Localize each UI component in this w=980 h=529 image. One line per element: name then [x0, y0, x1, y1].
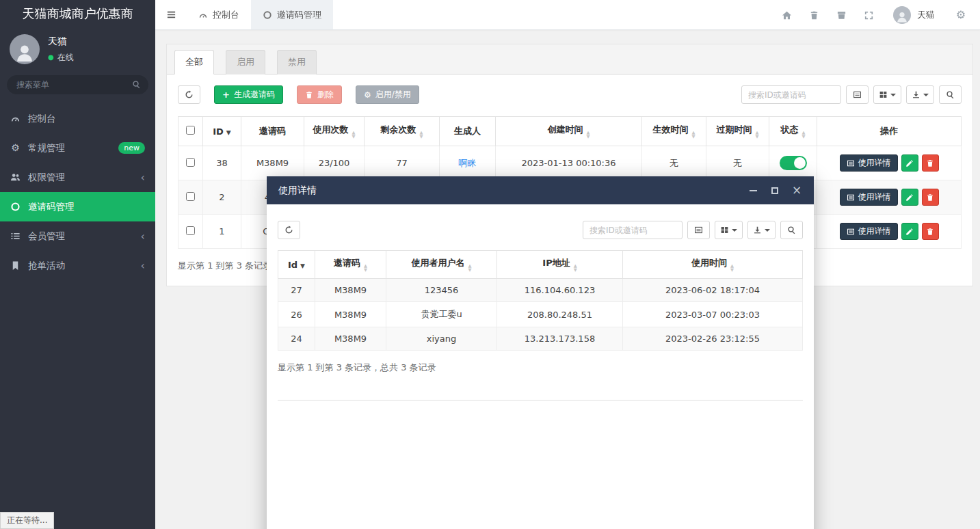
home-button[interactable]: [773, 10, 800, 21]
table-row: 26 M38M9 贵党工委u 208.80.248.51 2023-03-07 …: [278, 302, 803, 327]
sort-carets-icon: ▲▼: [574, 264, 577, 272]
col-code[interactable]: 邀请码: [241, 117, 304, 146]
settings-button[interactable]: ⚙: [949, 8, 973, 21]
home-icon: [782, 10, 792, 21]
menu-search-input[interactable]: [7, 75, 148, 94]
navbar-user-name[interactable]: 天猫: [917, 9, 935, 21]
circle-icon: [263, 10, 272, 20]
col-expired[interactable]: 过期时间▲▼: [706, 117, 769, 146]
new-badge: new: [118, 142, 145, 154]
col-id[interactable]: ID▼: [203, 117, 241, 146]
list-icon: [10, 231, 21, 241]
modal-export-dropdown[interactable]: [747, 221, 776, 239]
generate-invite-button[interactable]: +生成邀请码: [214, 85, 283, 104]
sidebar-item-general[interactable]: ⚙ 常规管理 new: [0, 133, 155, 163]
cache-archive-button[interactable]: [827, 10, 855, 21]
table-row: 38 M38M9 23/100 77 啊眯 2023-01-13 00:10:3…: [178, 146, 962, 180]
edit-button[interactable]: [901, 154, 918, 172]
usage-detail-table: Id▼ 邀请码▲▼ 使用者用户名▲▼ IP地址▲▼ 使用时间▲▼ 27 M38M…: [278, 250, 803, 351]
export-dropdown[interactable]: [906, 85, 934, 104]
navbar-avatar[interactable]: [893, 6, 911, 24]
col-effective[interactable]: 生效时间▲▼: [642, 117, 706, 146]
bookmark-icon: [10, 260, 21, 271]
col-time[interactable]: 使用时间▲▼: [623, 251, 803, 279]
search-input[interactable]: [741, 85, 841, 104]
delete-row-button[interactable]: [922, 223, 939, 240]
col-status[interactable]: 状态▲▼: [769, 117, 817, 146]
status-bar-text: 正在等待...: [0, 512, 54, 529]
clear-cache-button[interactable]: [800, 10, 827, 21]
modal-refresh-button[interactable]: [278, 221, 300, 239]
modal-search-toggle-button[interactable]: [780, 221, 803, 239]
col-code[interactable]: 邀请码▲▼: [315, 251, 386, 279]
delete-row-button[interactable]: [922, 154, 939, 172]
gear-icon: ⚙: [956, 8, 966, 21]
plus-icon: +: [222, 90, 230, 99]
delete-button[interactable]: 删除: [297, 85, 342, 104]
select-row-checkbox[interactable]: [186, 158, 195, 167]
card-view-button[interactable]: [846, 85, 869, 104]
refresh-icon: [284, 226, 293, 234]
tab-console[interactable]: 控制台: [187, 0, 251, 29]
user-panel: 天猫 ●在线: [0, 29, 155, 72]
col-id[interactable]: Id▼: [278, 251, 315, 279]
col-created[interactable]: 创建时间▲▼: [496, 117, 642, 146]
brand-title: 天猫商城商户优惠商: [0, 0, 155, 29]
tab-invite-manage[interactable]: 邀请码管理: [251, 0, 333, 29]
edit-button[interactable]: [901, 189, 918, 206]
modal-card-view-button[interactable]: [687, 221, 710, 239]
dashboard-icon: [10, 113, 21, 124]
sidebar-item-invite-manage[interactable]: 邀请码管理: [0, 192, 155, 221]
gear-icon: ⚙: [364, 91, 371, 99]
select-all-checkbox[interactable]: [186, 126, 195, 135]
refresh-button[interactable]: [178, 85, 200, 104]
filter-tab-disabled[interactable]: 禁用: [277, 50, 317, 74]
edit-button[interactable]: [901, 223, 918, 240]
filter-tabs: 全部 启用 禁用: [167, 44, 972, 74]
columns-dropdown[interactable]: [873, 85, 901, 104]
creator-link[interactable]: 啊眯: [459, 158, 477, 168]
avatar[interactable]: [10, 34, 40, 64]
close-icon[interactable]: ×: [791, 185, 802, 196]
trash-icon: [809, 10, 819, 21]
delete-row-button[interactable]: [922, 189, 939, 206]
enable-disable-button[interactable]: ⚙启用/禁用: [356, 85, 419, 104]
col-used[interactable]: 使用次数▲▼: [304, 117, 365, 146]
filter-tab-all[interactable]: 全部: [174, 50, 214, 74]
col-username[interactable]: 使用者用户名▲▼: [386, 251, 497, 279]
select-row-checkbox[interactable]: [186, 192, 195, 201]
sidebar-item-grab-activity[interactable]: 抢单活动 ‹: [0, 251, 155, 280]
circle-icon: [10, 202, 21, 212]
chevron-left-icon: ‹: [141, 260, 145, 271]
col-ip[interactable]: IP地址▲▼: [497, 251, 623, 279]
maximize-icon[interactable]: [769, 185, 780, 196]
modal-header[interactable]: 使用详情 ×: [267, 176, 814, 204]
minimize-icon[interactable]: [747, 185, 758, 196]
sort-carets-icon: ▲▼: [364, 264, 367, 272]
search-toggle-button[interactable]: [939, 85, 962, 104]
select-row-checkbox[interactable]: [186, 226, 195, 235]
modal-search-input[interactable]: [583, 221, 683, 239]
bars-icon: [166, 10, 176, 20]
chevron-left-icon: ‹: [141, 172, 145, 183]
usage-detail-button[interactable]: 使用详情: [840, 189, 898, 206]
filter-tab-enabled[interactable]: 启用: [226, 50, 265, 74]
sidebar-item-permission[interactable]: 权限管理 ‹: [0, 163, 155, 192]
sidebar-item-console[interactable]: 控制台: [0, 104, 155, 133]
usage-detail-button[interactable]: 使用详情: [840, 223, 898, 240]
modal-columns-dropdown[interactable]: [715, 221, 743, 239]
sort-carets-icon: ▲▼: [802, 131, 806, 139]
sidebar-toggle-button[interactable]: [155, 0, 187, 29]
table-row: 27 M38M9 123456 116.104.60.123 2023-06-0…: [278, 279, 803, 302]
trash-icon: [926, 159, 934, 167]
col-remain[interactable]: 剩余次数▲▼: [365, 117, 440, 146]
pencil-icon: [905, 159, 914, 167]
sidebar-item-member[interactable]: 会员管理 ‹: [0, 221, 155, 251]
usage-detail-button[interactable]: 使用详情: [840, 154, 898, 172]
col-creator[interactable]: 生成人: [440, 117, 496, 146]
fullscreen-button[interactable]: [855, 10, 882, 21]
status-toggle[interactable]: [780, 156, 807, 170]
sort-carets-icon: ▲▼: [730, 264, 734, 272]
sort-carets-icon: ▲▼: [352, 131, 356, 139]
sort-carets-icon: ▲▼: [420, 131, 423, 139]
